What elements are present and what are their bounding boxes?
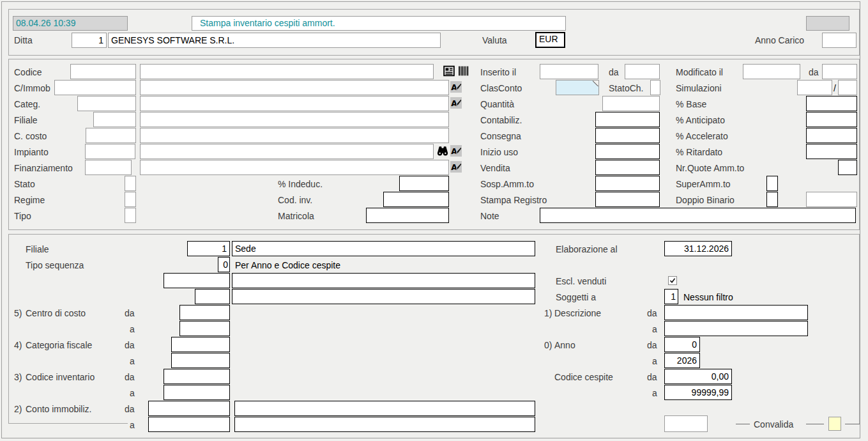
descrizione-a-label: a [652,323,657,335]
doppio-binario-field[interactable] [766,192,778,207]
anno-da-label: da [647,339,657,351]
filiale-field[interactable] [93,112,136,127]
range2-label: Conto immobiliz. [26,403,91,415]
codice-inventario-da-field[interactable] [164,369,230,384]
filiale-desc-field[interactable] [140,112,449,127]
codice-cespite-label: Codice cespite [554,371,613,383]
range5-num: 5) [14,307,22,319]
conto-immobiliz-a-field[interactable] [148,417,230,432]
statoch-field [650,80,660,95]
descrizione-a-field[interactable] [664,321,808,336]
perc-accelerato-field[interactable] [806,128,857,143]
range3-a-label: a [130,387,135,399]
svg-text:A: A [451,83,457,92]
spellcheck-icon[interactable]: A [450,145,462,157]
barcode-icon[interactable] [458,65,469,77]
impianto-field[interactable] [85,144,135,159]
matricola-field[interactable] [366,208,449,223]
superammto-field[interactable] [766,176,778,191]
sequenza2-code-field[interactable] [164,273,230,288]
filiale-label: Filiale [14,114,38,126]
quantita-field [602,96,660,111]
perc-ritardato-label: % Ritardato [676,146,722,158]
convalida-line-right [845,424,860,424]
categoria-fiscale-a-field[interactable] [171,353,230,368]
spellcheck-icon[interactable]: A [450,97,462,109]
conto-immobiliz-a-desc-field[interactable] [234,417,535,432]
codice-cespite-a-field[interactable]: 99999,99 [664,385,732,400]
sosp-ammto-field[interactable] [595,176,660,191]
report-filiale-code-field[interactable]: 1 [187,241,230,256]
clasconto-field[interactable] [556,80,599,95]
anno-a-label: a [652,355,657,367]
perc-ritardato-field[interactable] [806,144,857,159]
range2-a-label: a [130,419,135,431]
cod-inv-field[interactable] [383,192,449,207]
stampa-registro-field[interactable] [595,192,660,207]
note-field[interactable] [540,208,856,223]
c-immob-desc-field[interactable] [140,80,449,95]
contabiliz-field[interactable] [595,112,660,127]
codice-field[interactable] [70,64,136,79]
range2-da-label: da [125,403,135,415]
inserito-il-field [540,64,598,79]
soggetti-code-field[interactable]: 1 [664,289,678,304]
valuta-field[interactable]: EUR [535,32,565,48]
conto-immobiliz-da-desc-field[interactable] [234,401,535,416]
tipo-sequenza-code-field[interactable]: 0 [218,257,230,272]
stato-field[interactable] [125,176,136,191]
ditta-code-field[interactable]: 1 [72,33,107,48]
spellcheck-icon[interactable]: A [450,161,462,173]
anno-a-field[interactable]: 2026 [664,353,700,368]
c-immob-field[interactable] [54,80,136,95]
sequenza2-desc-field[interactable] [232,273,535,288]
consegna-field[interactable] [595,128,660,143]
finanziamento-field[interactable] [85,160,132,175]
descrizione-da-field[interactable] [664,305,808,320]
range2-num: 2) [14,403,22,415]
perc-indeduc-label: % Indeduc. [278,178,323,190]
clasconto-notch [593,81,598,86]
vendita-field[interactable] [595,160,660,175]
sequenza3-desc-field[interactable] [232,289,535,304]
ditta-name-field[interactable]: GENESYS SOFTWARE S.R.L. [108,33,441,48]
c-costo-desc-field[interactable] [140,128,449,143]
soggetti-label: Soggetti a [556,291,596,303]
perc-base-field[interactable] [806,96,857,111]
categ-field[interactable] [77,96,136,111]
form-icon[interactable] [443,65,455,77]
elaborazione-field[interactable]: 31.12.2026 [664,241,732,256]
binoculars-icon[interactable] [437,145,448,157]
centro-costo-a-field[interactable] [179,321,230,336]
sequenza3-code-field[interactable] [195,289,230,304]
regime-field[interactable] [125,192,136,207]
perc-indeduc-field[interactable] [399,176,449,191]
centro-costo-da-field[interactable] [179,305,230,320]
perc-accelerato-label: % Accelerato [676,130,728,142]
clasconto-label: ClasConto [480,82,522,94]
matricola-label: Matricola [278,210,314,222]
codice-desc-field[interactable] [140,64,434,79]
codice-inventario-a-field[interactable] [164,385,230,400]
convalida-field[interactable] [828,417,841,431]
inizio-uso-field[interactable] [595,144,660,159]
regime-label: Regime [14,194,45,206]
convalida-line-left [736,424,750,424]
range5-label: Centro di costo [26,307,86,319]
nr-quote-field[interactable] [838,160,857,175]
escl-venduti-checkbox[interactable] [668,276,677,285]
tipo-field[interactable] [125,208,136,223]
spellcheck-icon[interactable]: A [450,81,462,93]
finanziamento-desc-field[interactable] [140,160,449,175]
c-costo-field[interactable] [86,128,136,143]
categoria-fiscale-da-field[interactable] [171,337,230,352]
conto-immobiliz-da-field[interactable] [148,401,230,416]
impianto-desc-field[interactable] [140,144,434,159]
perc-anticipato-field[interactable] [806,112,857,127]
report-filiale-desc-field[interactable]: Sede [232,241,535,256]
categ-desc-field[interactable] [140,96,449,111]
soggetti-desc: Nessun filtro [683,291,733,303]
anno-carico-field[interactable] [822,33,857,48]
codice-cespite-da-field[interactable]: 0,00 [664,369,732,384]
anno-da-field[interactable]: 0 [664,337,700,352]
